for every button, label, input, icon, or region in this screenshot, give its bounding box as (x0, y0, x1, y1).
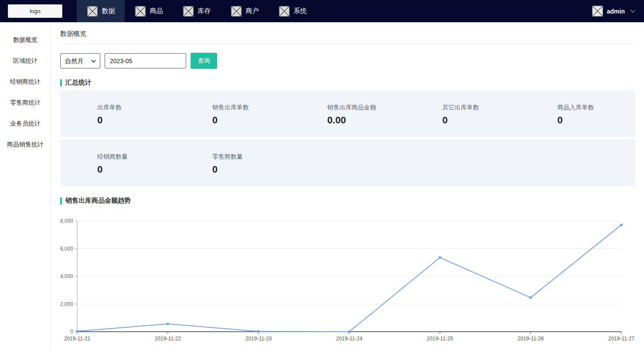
stat-cell-empty (520, 139, 635, 186)
filter-bar: 自然月 查询 (60, 53, 635, 69)
nav-item-label: 系统 (294, 7, 307, 15)
broken-image-icon (183, 6, 194, 17)
summary-stats-row2: 经销商数量 0 零售商数量 0 (60, 139, 635, 186)
sidebar-item-region-stats[interactable]: 区域统计 (0, 50, 51, 71)
nav-menu: 数据 商品 库存 商户 系统 (77, 0, 317, 22)
summary-section-header: 汇总统计 (60, 78, 635, 87)
stat-label: 出库单数 (97, 104, 175, 112)
stat-dealer-count: 经销商数量 0 (60, 139, 175, 186)
nav-item-merchant[interactable]: 商户 (221, 0, 269, 22)
period-select-wrap: 自然月 (60, 53, 100, 68)
stat-label: 销售出库单数 (212, 104, 290, 112)
trend-section-title: 销售出库商品金额趋势 (65, 197, 131, 205)
svg-text:0: 0 (70, 329, 73, 335)
summary-stats-row1: 出库单数 0 销售出库单数 0 销售出库商品金额 0.00 其它出库单数 0 商… (60, 90, 635, 137)
summary-section-title: 汇总统计 (65, 78, 92, 87)
stat-retailer-count: 零售商数量 0 (175, 139, 290, 186)
stat-value: 0 (557, 115, 635, 126)
stat-outbound-orders: 出库单数 0 (60, 90, 175, 137)
nav-item-label: 数据 (102, 7, 115, 15)
sidebar-item-salesman-stats[interactable]: 业务员统计 (0, 113, 51, 134)
nav-item-inventory[interactable]: 库存 (173, 0, 221, 22)
nav-item-label: 库存 (198, 7, 211, 15)
stat-inbound-orders: 商品入库单数 0 (520, 90, 635, 137)
sales-amount-trend-line-chart: 02,0004,0006,0008,0002019-11-212019-11-2… (60, 215, 635, 348)
svg-text:2019-11-25: 2019-11-25 (427, 336, 453, 342)
broken-image-icon (279, 6, 290, 17)
trend-chart-container: 02,0004,0006,0008,0002019-11-212019-11-2… (60, 215, 635, 348)
logo-text: logo (30, 8, 41, 14)
stat-value: 0.00 (327, 115, 405, 126)
nav-item-label: 商品 (150, 7, 163, 15)
stat-value: 0 (97, 164, 175, 175)
stat-label: 其它出库单数 (442, 104, 520, 112)
svg-text:2019-11-23: 2019-11-23 (245, 336, 272, 342)
stat-cell-empty (405, 139, 520, 186)
user-menu[interactable]: admin (592, 0, 644, 22)
stat-value: 0 (212, 164, 290, 175)
svg-text:8,000: 8,000 (60, 218, 73, 224)
broken-image-icon (231, 6, 242, 17)
section-accent-bar (60, 197, 62, 204)
svg-text:2,000: 2,000 (60, 301, 73, 307)
svg-text:2019-11-27: 2019-11-27 (608, 336, 635, 342)
svg-text:2019-11-26: 2019-11-26 (518, 336, 544, 342)
nav-item-system[interactable]: 系统 (269, 0, 317, 22)
sidebar-item-dealer-stats[interactable]: 经销商统计 (0, 71, 51, 92)
stat-value: 0 (442, 115, 520, 126)
username: admin (607, 8, 625, 15)
sidebar: 数据概览 区域统计 经销商统计 零售商统计 业务员统计 商品销售统计 (0, 22, 51, 350)
stat-label: 销售出库商品金额 (327, 104, 405, 112)
avatar-broken-image-icon (592, 5, 603, 17)
nav-item-data[interactable]: 数据 (77, 0, 125, 22)
section-accent-bar (60, 79, 62, 86)
stat-label: 商品入库单数 (557, 104, 635, 112)
broken-image-icon (135, 6, 146, 17)
period-select[interactable]: 自然月 (61, 54, 100, 68)
trend-section-header: 销售出库商品金额趋势 (60, 197, 635, 205)
stat-sales-outbound-amount: 销售出库商品金额 0.00 (290, 90, 405, 137)
month-input[interactable] (105, 53, 186, 68)
svg-text:2019-11-24: 2019-11-24 (336, 336, 363, 342)
stat-value: 0 (212, 115, 290, 126)
stat-cell-empty (290, 139, 405, 186)
sidebar-item-data-overview[interactable]: 数据概览 (0, 29, 51, 50)
svg-text:2019-11-21: 2019-11-21 (64, 336, 91, 342)
query-button[interactable]: 查询 (191, 53, 217, 69)
stat-label: 经销商数量 (97, 153, 175, 161)
broken-image-icon (87, 6, 98, 17)
stat-label: 零售商数量 (212, 153, 290, 161)
top-navbar: logo 数据 商品 库存 商户 系统 admin (0, 0, 644, 22)
stat-other-outbound-orders: 其它出库单数 0 (405, 90, 520, 137)
page-title: 数据概览 (60, 30, 635, 44)
nav-item-goods[interactable]: 商品 (125, 0, 173, 22)
chevron-down-icon (630, 10, 635, 13)
stat-value: 0 (97, 115, 175, 126)
sidebar-item-retailer-stats[interactable]: 零售商统计 (0, 92, 51, 113)
svg-text:6,000: 6,000 (60, 246, 73, 252)
stat-sales-outbound-orders: 销售出库单数 0 (175, 90, 290, 137)
logo: logo (8, 4, 62, 18)
nav-item-label: 商户 (246, 7, 259, 15)
svg-text:4,000: 4,000 (60, 273, 73, 279)
main-content: 数据概览 自然月 查询 汇总统计 出库单数 0 销售出库单数 0 (51, 22, 644, 350)
sidebar-item-product-sales-stats[interactable]: 商品销售统计 (0, 134, 51, 155)
svg-text:2019-11-22: 2019-11-22 (155, 336, 181, 342)
